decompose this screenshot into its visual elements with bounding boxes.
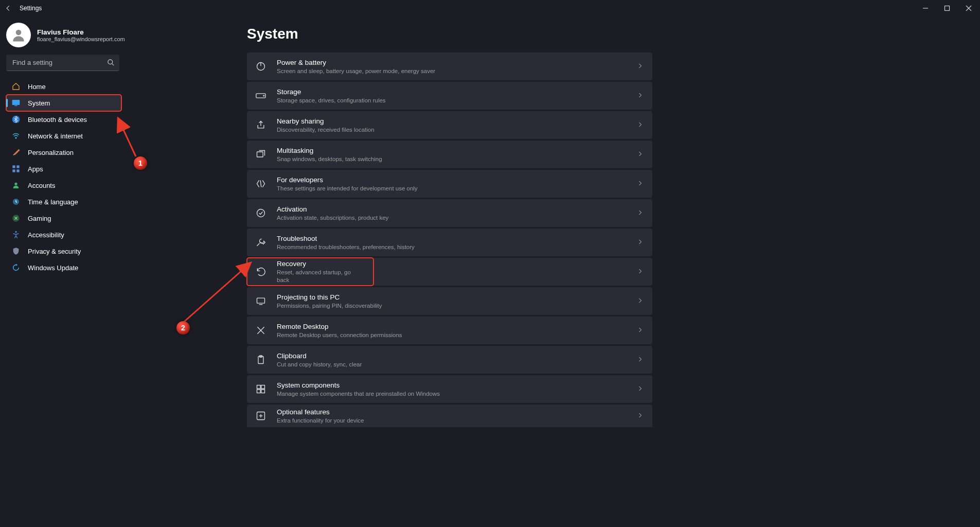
sidebar-item-label: Time & language [28,198,78,206]
setting-power-battery[interactable]: Power & battery Screen and sleep, batter… [247,52,652,80]
back-button[interactable] [4,4,12,12]
sidebar-item-apps[interactable]: Apps [6,161,121,177]
setting-nearby-sharing[interactable]: Nearby sharing Discoverability, received… [247,111,652,139]
clock-icon [11,197,21,206]
maximize-button[interactable] [940,3,954,13]
app-title: Settings [20,5,42,12]
setting-system-components[interactable]: System components Manage system componen… [247,375,652,403]
close-button[interactable] [961,3,976,13]
search-input[interactable] [6,55,119,71]
profile-row[interactable]: Flavius Floare floare_flavius@windowsrep… [6,22,138,55]
sidebar-item-label: Bluetooth & devices [28,116,87,124]
setting-desc: Extra functionality for your device [277,417,637,425]
svg-rect-34 [261,390,265,393]
home-icon [11,82,21,91]
project-icon [255,295,266,307]
setting-desc: Manage system components that are preins… [277,390,637,398]
sidebar-item-privacy[interactable]: Privacy & security [6,243,121,259]
settings-list: Power & battery Screen and sleep, batter… [247,52,652,427]
svg-rect-23 [257,152,263,157]
sidebar-item-personalization[interactable]: Personalization [6,144,121,161]
setting-desc: Cut and copy history, sync, clear [277,361,637,368]
setting-clipboard[interactable]: Clipboard Cut and copy history, sync, cl… [247,346,652,374]
setting-for-developers[interactable]: For developers These settings are intend… [247,170,652,198]
setting-storage[interactable]: Storage Storage space, drives, configura… [247,82,652,110]
setting-recovery[interactable]: Recovery Reset, advanced startup, go bac… [247,258,373,286]
main-content: System Power & battery Screen and sleep,… [144,16,980,427]
setting-title: System components [277,381,637,390]
dev-icon [255,178,266,189]
sidebar-item-accessibility[interactable]: Accessibility [6,226,121,243]
sidebar-item-label: Apps [28,165,43,173]
chevron-right-icon [637,91,643,100]
setting-projecting[interactable]: Projecting to this PC Permissions, pairi… [247,287,652,315]
svg-rect-32 [261,385,265,389]
svg-rect-27 [257,298,265,303]
svg-rect-8 [14,106,17,106]
chevron-right-icon [637,62,643,71]
chevron-right-icon [637,150,643,159]
setting-title: Remote Desktop [277,322,637,331]
sidebar-item-network[interactable]: Network & internet [6,128,121,144]
apps-icon [11,164,21,173]
setting-desc: Screen and sleep, battery usage, power m… [277,67,637,75]
setting-multitasking[interactable]: Multitasking Snap windows, desktops, tas… [247,140,652,168]
optional-icon [255,410,266,421]
sidebar-item-label: Gaming [28,215,51,222]
setting-activation[interactable]: Activation Activation state, subscriptio… [247,199,652,227]
setting-troubleshoot[interactable]: Troubleshoot Recommended troubleshooters… [247,229,652,256]
sidebar-item-label: Network & internet [28,132,83,140]
remote-icon [255,325,266,336]
sidebar-item-update[interactable]: Windows Update [6,259,121,276]
chevron-right-icon [637,208,643,218]
svg-rect-11 [12,165,15,168]
setting-title: Activation [277,205,637,214]
svg-rect-1 [945,6,950,11]
account-icon [11,181,21,190]
profile-name: Flavius Floare [37,28,125,36]
system-icon [11,98,21,108]
setting-title: Projecting to this PC [277,293,637,302]
minimize-button[interactable] [918,3,933,13]
page-title: System [247,26,980,42]
setting-title: Troubleshoot [277,234,637,243]
setting-title: Optional features [277,408,637,417]
chevron-right-icon [637,326,643,335]
setting-title: Nearby sharing [277,117,637,126]
brush-icon [11,148,21,157]
sidebar-item-label: Home [28,83,46,91]
troubleshoot-icon [255,237,266,248]
setting-desc: Recommended troubleshooters, preferences… [277,243,637,251]
bluetooth-icon [11,115,21,124]
sidebar-item-home[interactable]: Home [6,78,121,95]
sidebar-item-time[interactable]: Time & language [6,194,121,210]
sidebar: Flavius Floare floare_flavius@windowsrep… [0,16,144,427]
setting-desc: Remote Desktop users, connection permiss… [277,331,637,339]
setting-remote-desktop[interactable]: Remote Desktop Remote Desktop users, con… [247,317,652,344]
sidebar-item-label: Privacy & security [28,248,81,255]
setting-desc: Reset, advanced startup, go back [277,269,364,284]
update-icon [11,263,21,272]
svg-rect-14 [16,169,19,172]
svg-rect-31 [257,385,261,389]
sidebar-item-bluetooth[interactable]: Bluetooth & devices [6,111,121,128]
setting-optional-features[interactable]: Optional features Extra functionality fo… [247,405,652,427]
multitask-icon [255,149,266,160]
chevron-right-icon [637,179,643,188]
chevron-right-icon [637,296,643,306]
power-icon [255,61,266,72]
svg-line-24 [260,180,261,187]
setting-desc: These settings are intended for developm… [277,185,637,192]
setting-title: Recovery [277,259,364,269]
clipboard-icon [255,354,266,365]
sidebar-item-system[interactable]: System [6,95,121,111]
sidebar-item-gaming[interactable]: Gaming [6,210,121,226]
sidebar-item-label: Accessibility [28,231,64,239]
recovery-icon [255,266,266,277]
svg-rect-13 [12,169,15,172]
sidebar-item-label: Accounts [28,182,55,189]
sidebar-item-accounts[interactable]: Accounts [6,177,121,194]
svg-line-26 [257,243,260,246]
setting-title: Clipboard [277,352,637,361]
accessibility-icon [11,230,21,239]
